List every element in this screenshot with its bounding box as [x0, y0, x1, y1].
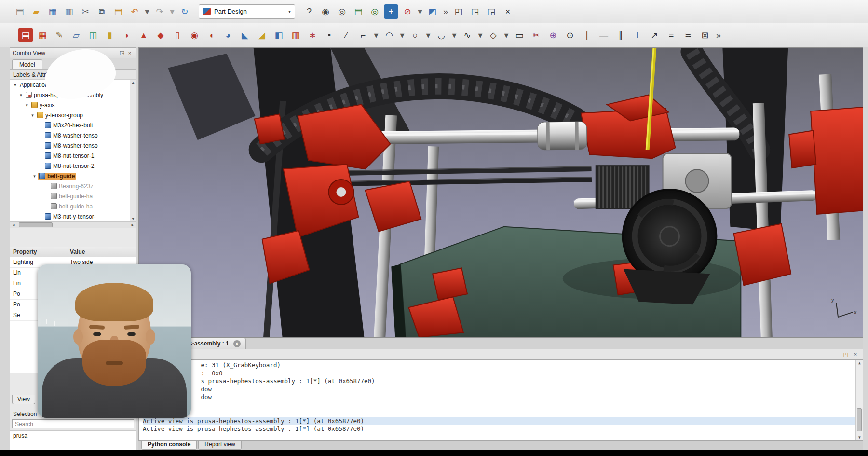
tree-vertical-scrollbar[interactable]: ▲ ▼	[130, 80, 136, 221]
chamfer-button[interactable]: ◣	[238, 28, 252, 42]
redo-dropdown-caret[interactable]: ▾	[169, 4, 176, 19]
view-overflow-button[interactable]: »	[442, 4, 449, 19]
close-panel-icon[interactable]: ×	[852, 350, 859, 358]
tab-report-view[interactable]: Report view	[198, 441, 241, 450]
tab-view[interactable]: View	[12, 395, 35, 404]
macro-stop-button[interactable]: ◎	[335, 4, 349, 19]
refresh-button[interactable]: ↻	[177, 4, 192, 19]
external-geometry-button[interactable]: ⊕	[546, 28, 560, 42]
create-body-button[interactable]: ▤	[18, 28, 33, 42]
constraint-coincident-button[interactable]: ⊙	[563, 28, 577, 42]
tree-item-m3x20-hex-bolt[interactable]: M3x20-hex-bolt	[10, 120, 136, 130]
draft-button[interactable]: ◢	[255, 28, 269, 42]
constraint-tangent-button[interactable]: ↗	[647, 28, 662, 42]
undo-button[interactable]: ↶	[127, 4, 142, 19]
clipping-plane-button[interactable]: ⊘	[400, 4, 415, 19]
tab-python-console[interactable]: Python console	[141, 441, 197, 450]
tree-item-m8-washer-tensor-2[interactable]: M8-washer-tenso	[10, 140, 136, 151]
tree-item-m8-nut-tensor-1[interactable]: M8-nut-tensor-1	[10, 151, 136, 161]
redo-button[interactable]: ↷	[152, 4, 167, 19]
additive-pipe-button[interactable]: ◆	[153, 28, 168, 42]
polyline-dropdown-caret[interactable]: ▾	[373, 28, 380, 42]
macro-edit-button[interactable]: ▤	[351, 4, 366, 19]
open-document-button[interactable]: ▰	[29, 4, 43, 19]
box-selection-button[interactable]: ◳	[468, 4, 482, 19]
paste-button[interactable]: ▤	[111, 4, 125, 19]
print-button[interactable]: ▥	[62, 4, 76, 19]
constraint-horizontal-button[interactable]: ―	[597, 28, 611, 42]
selection-search-input[interactable]	[12, 419, 134, 428]
zoom-to-selection-button[interactable]: +	[384, 4, 398, 19]
pocket-button[interactable]: ▯	[170, 28, 185, 42]
polygon-tool-button[interactable]: ◇	[486, 28, 501, 42]
polyline-tool-button[interactable]: ⌐	[356, 28, 370, 42]
scroll-down-icon[interactable]: ▼	[856, 434, 863, 440]
constraint-parallel-button[interactable]: ∥	[613, 28, 628, 42]
tree-expander-icon[interactable]: ▾	[12, 83, 18, 87]
copy-button[interactable]: ⧉	[95, 4, 109, 19]
tree-item-m3-nut-y-tensor[interactable]: M3-nut-y-tensor-	[10, 211, 136, 221]
line-tool-button[interactable]: ∕	[339, 28, 353, 42]
constraint-symmetric-button[interactable]: ≍	[681, 28, 695, 42]
tree-expander-icon[interactable]: ▾	[31, 174, 38, 179]
edit-sketch-button[interactable]: ✎	[52, 28, 67, 42]
float-panel-icon[interactable]: ◳	[842, 350, 850, 358]
python-console[interactable]: e: 31 (X_GrabKeyboard) : 0x0 s prusa-hep…	[138, 359, 863, 441]
tree-expander-icon[interactable]: ▾	[24, 103, 30, 108]
arc-tool-button[interactable]: ◠	[382, 28, 396, 42]
conic-dropdown-caret[interactable]: ▾	[451, 28, 458, 42]
tree-item-belt-guide[interactable]: ▾ belt-guide	[10, 171, 136, 181]
trim-tool-button[interactable]: ✂	[529, 28, 543, 42]
map-sketch-button[interactable]: ▱	[69, 28, 83, 42]
tree-item-belt-guide-ha-1[interactable]: belt-guide-ha	[10, 191, 136, 201]
constraint-perpendicular-button[interactable]: ⊥	[630, 28, 645, 42]
new-document-button[interactable]: ▤	[13, 4, 27, 19]
tree-expander-icon[interactable]: ▾	[29, 113, 36, 118]
point-tool-button[interactable]: •	[322, 28, 337, 42]
tab-model[interactable]: Model	[12, 59, 42, 69]
scrollbar-thumb[interactable]	[19, 222, 53, 227]
polar-pattern-button[interactable]: ∗	[305, 28, 320, 42]
close-icon[interactable]: ×	[233, 340, 241, 347]
cut-button[interactable]: ✂	[78, 4, 93, 19]
constraint-equal-button[interactable]: =	[664, 28, 678, 42]
circle-dropdown-caret[interactable]: ▾	[425, 28, 432, 42]
tree-item-m8-nut-tensor-2[interactable]: M8-nut-tensor-2	[10, 161, 136, 171]
conic-tool-button[interactable]: ◡	[434, 28, 448, 42]
linear-pattern-button[interactable]: ▥	[288, 28, 303, 42]
arc-dropdown-caret[interactable]: ▾	[399, 28, 406, 42]
hole-button[interactable]: ◉	[187, 28, 202, 42]
whats-this-button[interactable]: ?	[302, 4, 316, 19]
bspline-dropdown-caret[interactable]: ▾	[477, 28, 484, 42]
polygon-dropdown-caret[interactable]: ▾	[503, 28, 510, 42]
rectangle-tool-button[interactable]: ▭	[512, 28, 527, 42]
float-panel-icon[interactable]: ◳	[118, 49, 126, 57]
bspline-tool-button[interactable]: ∿	[460, 28, 475, 42]
scroll-up-icon[interactable]: ▲	[856, 360, 863, 366]
axonometric-view-button[interactable]: ◩	[425, 4, 440, 19]
3d-scene[interactable]: x y	[139, 48, 863, 337]
console-dock-titlebar[interactable]: ◳ ×	[138, 349, 863, 359]
delete-selection-button[interactable]: ×	[501, 4, 515, 19]
tree-item-y-axis[interactable]: ▾ y-axis	[10, 100, 136, 110]
scrollbar-thumb[interactable]	[857, 408, 862, 431]
scroll-left-icon[interactable]: ◄	[10, 222, 17, 228]
toolbar-overflow-button[interactable]: »	[715, 28, 722, 42]
constraint-vertical-button[interactable]: ∣	[580, 28, 594, 42]
tree-horizontal-scrollbar[interactable]: ◄ ►	[10, 221, 136, 228]
additive-loft-button[interactable]: ▲	[136, 28, 151, 42]
revolution-button[interactable]: ◗	[120, 28, 134, 42]
save-document-button[interactable]: ▦	[45, 4, 60, 19]
scroll-up-icon[interactable]: ▲	[130, 80, 136, 85]
scroll-down-icon[interactable]: ▼	[130, 216, 136, 221]
undo-dropdown-caret[interactable]: ▾	[144, 4, 150, 19]
groove-button[interactable]: ◖	[204, 28, 218, 42]
clipping-dropdown-caret[interactable]: ▾	[417, 4, 423, 19]
pad-button[interactable]: ▮	[103, 28, 117, 42]
fillet-button[interactable]: ◕	[221, 28, 235, 42]
console-scrollbar[interactable]: ▲ ▼	[855, 360, 863, 440]
close-panel-icon[interactable]: ×	[126, 49, 134, 57]
lasso-element-selection-button[interactable]: ◲	[484, 4, 499, 19]
3d-viewport[interactable]: x y	[138, 47, 863, 338]
tree-expander-icon[interactable]: ▾	[18, 93, 24, 97]
